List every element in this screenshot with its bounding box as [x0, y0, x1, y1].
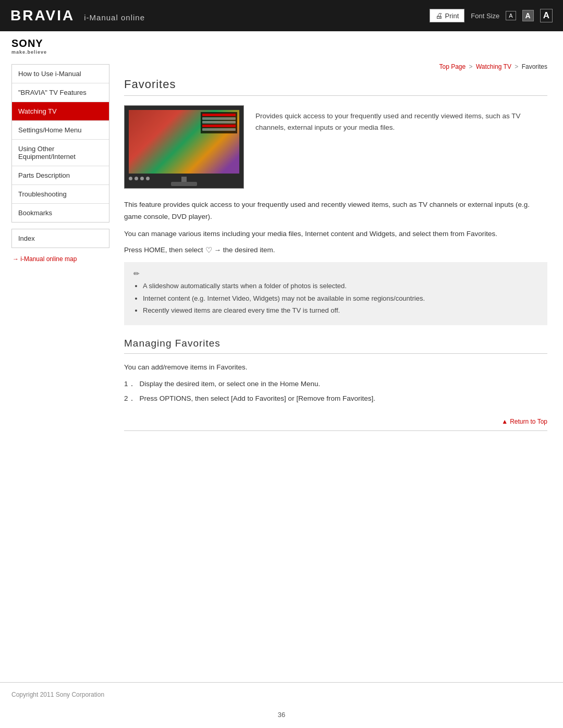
sony-logo-area: SONY make.believe — [0, 31, 563, 59]
return-divider — [124, 430, 547, 431]
return-top-label: Return to Top — [510, 418, 547, 425]
sidebar-nav: How to Use i-Manual "BRAVIA" TV Features… — [11, 64, 109, 223]
tv-ctrl-dot-3 — [140, 177, 144, 180]
breadcrumb-sep2: > — [515, 63, 518, 70]
breadcrumb: Top Page > Watching TV > Favorites — [124, 59, 547, 78]
tv-ui-line-4 — [202, 125, 236, 127]
copyright-text: Copyright 2011 Sony Corporation — [11, 691, 104, 698]
sony-tagline: make.believe — [11, 50, 552, 55]
tv-stand-neck — [181, 177, 187, 182]
sony-logo: SONY — [11, 38, 552, 50]
font-medium-button[interactable]: A — [522, 10, 534, 21]
press-text-end: → the desired item. — [214, 246, 275, 254]
print-button[interactable]: 🖨 Print — [430, 9, 465, 22]
tv-ui-line-3 — [202, 121, 236, 124]
step-2: 2． Press OPTIONS, then select [Add to Fa… — [124, 393, 547, 405]
sidebar-item-troubleshooting[interactable]: Troubleshooting — [12, 185, 109, 204]
body-paragraph-2: You can manage various items including y… — [124, 228, 547, 240]
step-2-num: 2． — [124, 393, 136, 405]
sidebar-index[interactable]: Index — [11, 229, 109, 248]
tv-ctrl-dot-2 — [134, 177, 138, 180]
body-layout: How to Use i-Manual "BRAVIA" TV Features… — [0, 59, 563, 682]
sony-tagline-make: make — [11, 50, 26, 55]
tv-screen — [129, 110, 239, 174]
main-content: Top Page > Watching TV > Favorites Favor… — [109, 59, 563, 682]
return-top-link[interactable]: ▲ Return to Top — [501, 418, 547, 425]
font-size-label: Font Size — [471, 12, 499, 20]
sidebar-item-how-to-use[interactable]: How to Use i-Manual — [12, 65, 109, 83]
step-1: 1． Display the desired item, or select o… — [124, 378, 547, 390]
breadcrumb-current: Favorites — [522, 63, 547, 70]
breadcrumb-top-page[interactable]: Top Page — [439, 63, 466, 70]
tv-image — [124, 105, 244, 189]
print-icon: 🖨 — [435, 11, 443, 20]
breadcrumb-sep1: > — [469, 63, 473, 70]
page-number: 36 — [0, 704, 563, 728]
imanual-subtitle: i-Manual online — [84, 13, 145, 22]
sony-tagline-believe: believe — [28, 50, 47, 55]
note-block: ✏ A slideshow automatically starts when … — [124, 262, 547, 325]
return-top-triangle: ▲ — [501, 418, 508, 425]
note-item-3: Recently viewed items are cleared every … — [143, 305, 538, 316]
tv-ctrl-dot-1 — [129, 177, 132, 180]
tv-stand-base — [171, 182, 197, 186]
note-item-2: Internet content (e.g. Internet Video, W… — [143, 293, 538, 304]
note-item-1: A slideshow automatically starts when a … — [143, 281, 538, 292]
press-text: Press HOME, then select — [124, 246, 203, 254]
sidebar-item-bookmarks[interactable]: Bookmarks — [12, 204, 109, 222]
intro-text: Provides quick access to your frequently… — [255, 105, 547, 133]
tv-ctrl-dot-4 — [146, 177, 150, 180]
sub-divider — [124, 353, 547, 354]
imanual-map-link[interactable]: → i-Manual online map — [11, 255, 109, 263]
page-title: Favorites — [124, 78, 547, 91]
body-paragraph-1: This feature provides quick access to yo… — [124, 199, 547, 223]
header-bar: BRAVIA i-Manual online 🖨 Print Font Size… — [0, 0, 563, 31]
title-divider — [124, 95, 547, 96]
header-controls: 🖨 Print Font Size A A A — [430, 9, 553, 22]
step-1-text: Display the desired item, or select one … — [140, 378, 321, 390]
font-large-button[interactable]: A — [540, 9, 553, 22]
note-list: A slideshow automatically starts when a … — [133, 281, 538, 316]
note-icon: ✏ — [133, 269, 538, 278]
footer: Copyright 2011 Sony Corporation — [0, 682, 563, 704]
return-top-row: ▲ Return to Top — [124, 408, 547, 430]
tv-ui-line-1 — [202, 114, 236, 116]
managing-favorites-section: Managing Favorites You can add/remove it… — [124, 338, 547, 405]
step-2-text: Press OPTIONS, then select [Add to Favor… — [140, 393, 375, 405]
tv-ui-line-5 — [202, 128, 236, 131]
sidebar-item-watching-tv[interactable]: Watching TV — [12, 102, 109, 121]
press-home-line: Press HOME, then select ♡ → the desired … — [124, 245, 547, 255]
font-small-button[interactable]: A — [506, 11, 516, 20]
manage-text: You can add/remove items in Favorites. — [124, 363, 547, 371]
sidebar-item-bravia-features[interactable]: "BRAVIA" TV Features — [12, 83, 109, 102]
sidebar-item-settings[interactable]: Settings/Home Menu — [12, 121, 109, 140]
tv-ui-line-2 — [202, 117, 236, 120]
sidebar-item-parts[interactable]: Parts Description — [12, 166, 109, 185]
bravia-title: BRAVIA — [10, 7, 75, 24]
heart-icon: ♡ — [205, 245, 212, 255]
sub-section-title: Managing Favorites — [124, 338, 547, 349]
step-1-num: 1． — [124, 378, 136, 390]
bravia-logo: BRAVIA i-Manual online — [10, 7, 145, 24]
print-label: Print — [445, 12, 459, 20]
intro-block: Provides quick access to your frequently… — [124, 105, 547, 189]
map-link-label: → i-Manual online map — [13, 255, 77, 263]
tv-ui-overlay — [201, 112, 237, 133]
sidebar: How to Use i-Manual "BRAVIA" TV Features… — [0, 59, 109, 682]
steps-list: 1． Display the desired item, or select o… — [124, 378, 547, 405]
breadcrumb-watching-tv[interactable]: Watching TV — [476, 63, 511, 70]
sidebar-item-using-other[interactable]: Using Other Equipment/Internet — [12, 140, 109, 166]
